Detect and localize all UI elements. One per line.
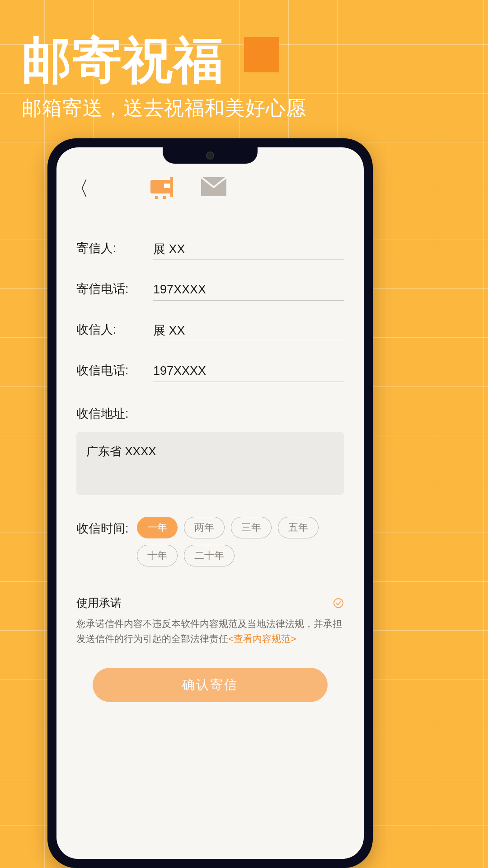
time-chip-group: 一年两年三年五年十年二十年 <box>137 517 344 566</box>
agreement-check-icon[interactable] <box>333 598 344 609</box>
phone-notch <box>163 147 258 164</box>
agreement-link[interactable]: <查看内容规范> <box>228 633 296 644</box>
svg-rect-3 <box>155 196 158 199</box>
address-input[interactable]: 广东省 XXXX <box>76 432 344 495</box>
sender-phone-input[interactable] <box>153 280 344 301</box>
sender-row: 寄信人: <box>76 239 344 260</box>
hero-title: 邮寄祝福 <box>22 27 224 94</box>
agreement-text: 您承诺信件内容不违反本软件内容规范及当地法律法规，并承担发送信件的行为引起的全部… <box>76 617 344 646</box>
svg-rect-2 <box>170 177 173 197</box>
agreement-title: 使用承诺 <box>76 595 122 610</box>
agreement-body: 您承诺信件内容不违反本软件内容规范及当地法律法规，并承担发送信件的行为引起的全部… <box>76 618 342 644</box>
recipient-phone-input[interactable] <box>153 361 344 382</box>
sender-phone-row: 寄信电话: <box>76 280 344 301</box>
back-icon[interactable]: 〈 <box>69 175 89 202</box>
confirm-button[interactable]: 确认寄信 <box>93 668 328 702</box>
recipient-label: 收信人: <box>76 321 140 341</box>
recipient-row: 收信人: <box>76 321 344 341</box>
recipient-input[interactable] <box>153 321 344 341</box>
sender-input[interactable] <box>153 239 344 260</box>
sender-phone-label: 寄信电话: <box>76 281 140 301</box>
svg-rect-1 <box>164 184 170 188</box>
svg-point-6 <box>334 599 343 608</box>
envelope-icon[interactable] <box>201 177 226 201</box>
phone-screen: 〈 寄信人: 寄信电话: 收信人: <box>56 147 364 859</box>
time-chip[interactable]: 二十年 <box>184 545 235 566</box>
agreement-block: 使用承诺 您承诺信件内容不违反本软件内容规范及当地法律法规，并承担发送信件的行为… <box>76 595 344 646</box>
form-area: 寄信人: 寄信电话: 收信人: 收信电话: 收信地址: 广东省 XXXX 收信时… <box>56 208 364 702</box>
time-chip[interactable]: 五年 <box>278 517 319 538</box>
time-row: 收信时间: 一年两年三年五年十年二十年 <box>76 517 344 566</box>
time-chip[interactable]: 一年 <box>137 517 178 538</box>
recipient-phone-row: 收信电话: <box>76 361 344 382</box>
time-chip[interactable]: 十年 <box>137 545 178 566</box>
svg-rect-4 <box>163 196 166 199</box>
mailbox-icon[interactable] <box>150 177 177 201</box>
decorative-square <box>244 37 279 72</box>
phone-frame: 〈 寄信人: 寄信电话: 收信人: <box>47 138 373 868</box>
time-label: 收信时间: <box>76 517 129 537</box>
recipient-phone-label: 收信电话: <box>76 362 140 382</box>
time-chip[interactable]: 两年 <box>184 517 225 538</box>
time-chip[interactable]: 三年 <box>231 517 272 538</box>
hero-subtitle: 邮箱寄送，送去祝福和美好心愿 <box>22 95 306 122</box>
header-tabs <box>150 177 226 201</box>
sender-label: 寄信人: <box>76 240 140 260</box>
address-label: 收信地址: <box>76 406 344 422</box>
